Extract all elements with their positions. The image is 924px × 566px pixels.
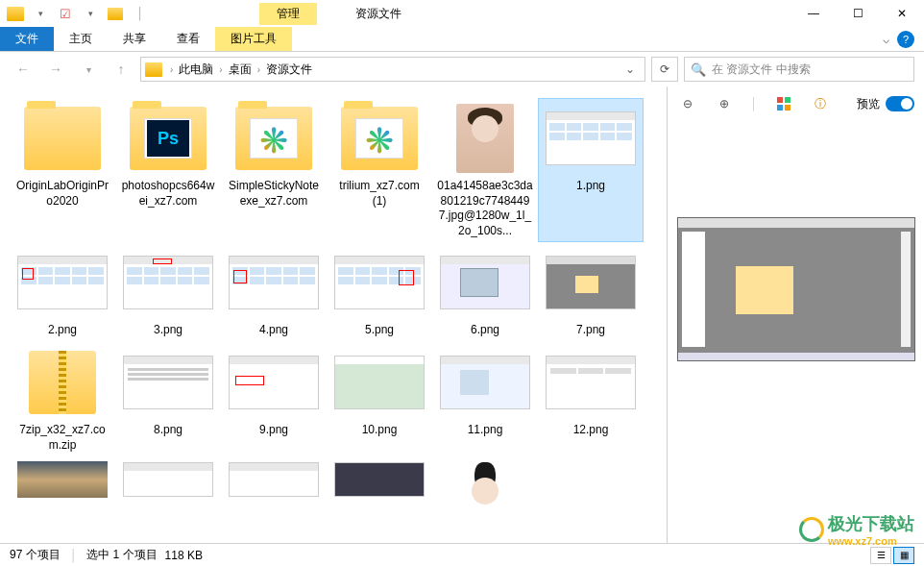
item-label: 10.png xyxy=(362,423,398,438)
tab-view[interactable]: 查看 xyxy=(161,27,215,51)
ribbon-tabs: 文件 主页 共享 查看 图片工具 ⌵ ? xyxy=(0,27,924,52)
refresh-button[interactable]: ⟳ xyxy=(651,57,678,82)
zoom-out-icon[interactable]: ⊖ xyxy=(677,93,698,114)
preview-toggle[interactable] xyxy=(886,96,914,111)
search-icon: 🔍 xyxy=(691,62,706,77)
image-item[interactable] xyxy=(10,456,115,506)
address-bar: ← → ▾ ↑ › 此电脑 › 桌面 › 资源文件 ⌄ ⟳ 🔍 在 资源文件 中… xyxy=(0,52,924,86)
chevron-right-icon[interactable]: › xyxy=(217,64,224,75)
thumbnails-view-button[interactable]: ▦ xyxy=(893,547,914,564)
item-label: photoshopcs664wei_xz7.com xyxy=(120,179,216,209)
image-item[interactable]: 11.png xyxy=(432,342,538,456)
preview-image xyxy=(677,217,915,361)
info-icon[interactable]: ⓘ xyxy=(810,93,831,114)
address-folder-icon xyxy=(145,62,162,77)
forward-button[interactable]: → xyxy=(42,56,69,83)
watermark-url: www.xz7.com xyxy=(828,535,914,547)
item-label: 01a41458ae3c3da801219c77484497.jpg@1280w… xyxy=(437,179,533,238)
crumb-desktop[interactable]: 桌面 xyxy=(225,62,255,78)
zip-item[interactable]: 7zip_x32_xz7.com.zip xyxy=(10,342,115,456)
image-item[interactable]: 7.png xyxy=(538,242,644,342)
image-item[interactable]: 9.png xyxy=(221,342,327,456)
address-box[interactable]: › 此电脑 › 桌面 › 资源文件 ⌄ xyxy=(140,57,645,82)
item-label: 5.png xyxy=(365,323,394,338)
image-item[interactable]: 8.png xyxy=(115,342,221,456)
watermark: 极光下载站 www.xz7.com xyxy=(799,512,914,547)
maximize-button[interactable]: ☐ xyxy=(836,0,880,27)
folder-item[interactable]: Ps photoshopcs664wei_xz7.com xyxy=(115,98,221,242)
image-item-selected[interactable]: 1.png xyxy=(538,98,644,242)
tab-share[interactable]: 共享 xyxy=(108,27,161,51)
chevron-right-icon[interactable]: › xyxy=(255,64,262,75)
preview-image-area[interactable] xyxy=(668,121,924,546)
qat-open-folder-icon[interactable] xyxy=(104,2,127,25)
tab-picture-tools[interactable]: 图片工具 xyxy=(215,27,292,51)
folder-item[interactable]: OriginLabOriginPro2020 xyxy=(10,98,115,242)
chevron-right-icon[interactable]: › xyxy=(168,64,175,75)
preview-label: 预览 xyxy=(857,96,880,112)
qat-sep-icon: │ xyxy=(129,2,152,25)
qat-check-icon[interactable]: ☑ xyxy=(54,2,77,25)
image-item[interactable] xyxy=(221,456,327,506)
qat-dropdown2-icon[interactable]: ▾ xyxy=(79,2,102,25)
item-label: 2.png xyxy=(48,323,77,338)
status-bar: 97 个项目 │ 选中 1 个项目 118 KB ☰ ▦ xyxy=(0,543,924,566)
image-item[interactable]: 6.png xyxy=(432,242,538,342)
window-controls: ― ☐ ✕ xyxy=(791,0,924,27)
back-button[interactable]: ← xyxy=(10,56,36,83)
divider: │ xyxy=(750,97,758,111)
minimize-button[interactable]: ― xyxy=(791,0,836,27)
item-label: 6.png xyxy=(471,323,499,338)
item-label: 3.png xyxy=(154,323,182,338)
item-label: 4.png xyxy=(259,323,288,338)
item-label: 11.png xyxy=(468,423,503,438)
ribbon-context-label: 管理 xyxy=(259,3,317,25)
image-item[interactable] xyxy=(115,456,221,506)
image-item[interactable] xyxy=(327,456,432,506)
up-button[interactable]: ↑ xyxy=(108,56,134,83)
item-label: 12.png xyxy=(573,423,609,438)
address-dropdown-icon[interactable]: ⌄ xyxy=(620,62,641,76)
folder-item[interactable]: trilium_xz7.com (1) xyxy=(327,98,432,242)
image-item[interactable]: 12.png xyxy=(538,342,644,456)
image-item[interactable]: 2.png xyxy=(10,242,115,342)
item-label: 1.png xyxy=(576,179,605,194)
image-item[interactable]: 10.png xyxy=(327,342,432,456)
zoom-in-icon[interactable]: ⊕ xyxy=(714,93,735,114)
image-item[interactable] xyxy=(432,456,538,506)
quick-access-toolbar: ▾ ☑ ▾ │ xyxy=(0,0,154,27)
image-item[interactable]: 01a41458ae3c3da801219c77484497.jpg@1280w… xyxy=(432,98,538,242)
status-size: 118 KB xyxy=(165,549,203,562)
item-label: SimpleStickyNoteexe_xz7.com xyxy=(226,179,322,209)
item-label: 7zip_x32_xz7.com.zip xyxy=(14,423,110,453)
help-icon[interactable]: ? xyxy=(897,31,914,48)
content-area: OriginLabOriginPro2020 Ps photoshopcs664… xyxy=(0,86,924,546)
window-title: 资源文件 xyxy=(355,6,401,22)
title-bar: ▾ ☑ ▾ │ 管理 资源文件 ― ☐ ✕ xyxy=(0,0,924,27)
item-label: 9.png xyxy=(259,423,288,438)
file-list[interactable]: OriginLabOriginPro2020 Ps photoshopcs664… xyxy=(0,86,667,546)
folder-item[interactable]: SimpleStickyNoteexe_xz7.com xyxy=(221,98,327,242)
view-switcher: ☰ ▦ xyxy=(870,547,914,564)
crumb-pc[interactable]: 此电脑 xyxy=(175,62,217,78)
crumb-folder[interactable]: 资源文件 xyxy=(262,62,316,78)
item-label: 8.png xyxy=(154,423,182,438)
image-item[interactable]: 5.png xyxy=(327,242,432,342)
ribbon-expand-icon[interactable]: ⌵ xyxy=(875,33,897,46)
recent-dropdown-icon[interactable]: ▾ xyxy=(75,56,102,83)
item-label: 7.png xyxy=(576,323,605,338)
apps-icon[interactable] xyxy=(773,93,794,114)
preview-toolbar: ⊖ ⊕ │ ⓘ 预览 xyxy=(668,86,924,121)
close-button[interactable]: ✕ xyxy=(880,0,924,27)
tab-file[interactable]: 文件 xyxy=(0,27,54,51)
app-folder-icon[interactable] xyxy=(4,2,27,25)
search-input[interactable]: 🔍 在 资源文件 中搜索 xyxy=(684,57,914,82)
details-view-button[interactable]: ☰ xyxy=(870,547,891,564)
preview-pane: ⊖ ⊕ │ ⓘ 预览 xyxy=(667,86,924,546)
watermark-text: 极光下载站 xyxy=(828,514,914,533)
image-item[interactable]: 4.png xyxy=(221,242,327,342)
status-selection: 选中 1 个项目 xyxy=(86,547,157,563)
qat-dropdown-icon[interactable]: ▾ xyxy=(29,2,52,25)
image-item[interactable]: 3.png xyxy=(115,242,221,342)
tab-home[interactable]: 主页 xyxy=(54,27,108,51)
